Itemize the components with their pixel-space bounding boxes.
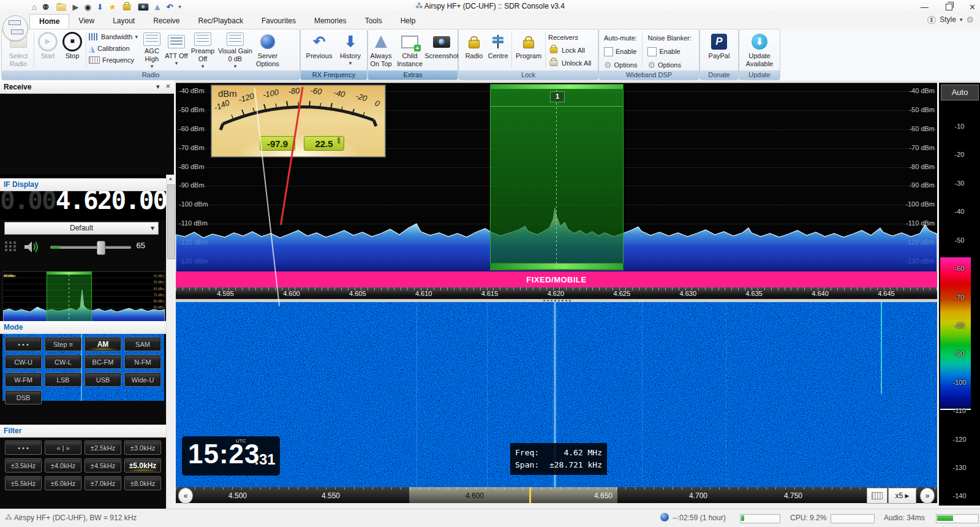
unlock-all-button[interactable]: Unlock All <box>548 58 591 69</box>
speaker-icon[interactable] <box>23 240 39 254</box>
style-picker-label[interactable]: Style <box>940 15 956 24</box>
auto-mute-enable-checkbox[interactable]: Enable <box>604 46 637 57</box>
panel-scrollbar[interactable]: ▲ ▼ <box>166 175 175 527</box>
filter-header[interactable]: Filter ▴ <box>0 425 174 438</box>
lock-program-button[interactable]: Program <box>513 29 544 69</box>
close-button[interactable]: × <box>970 0 975 14</box>
nav-keyboard-button[interactable] <box>867 488 888 504</box>
volume-slider[interactable] <box>50 246 131 249</box>
frequency-navigator[interactable]: 4.5004.5504.6004.6504.7004.750 « x5 ▶ » <box>176 487 937 503</box>
lock-centre-button[interactable]: Centre <box>486 29 510 69</box>
preamp-button[interactable]: Preamp Off <box>188 29 217 69</box>
filter-button[interactable]: ±3.5kHz <box>5 458 42 472</box>
ribbon-tab[interactable]: Home <box>29 14 69 28</box>
profile-dropdown[interactable]: Default ▾ <box>4 222 159 235</box>
waterfall-display[interactable]: 15:23:31 UTC Freq:4.62 MHz Span:±28.721 … <box>176 302 937 487</box>
if-passband-box[interactable] <box>47 271 92 325</box>
bandwidth-button[interactable]: Bandwidth <box>89 31 138 42</box>
play-icon: ▶ <box>38 32 58 51</box>
filter-button[interactable]: ±8.0kHz <box>124 476 161 490</box>
mode-button[interactable]: Step ≡ <box>45 337 81 351</box>
ribbon-tab[interactable]: Layout <box>104 14 144 28</box>
close-pane-icon[interactable]: × <box>165 82 170 91</box>
filter-button[interactable]: ±4.0kHz <box>45 458 81 472</box>
snr-readout: 22.5 SNR <box>304 136 344 151</box>
nav-zoom-button[interactable]: x5 ▶ <box>888 488 916 504</box>
filter-button[interactable]: • • • <box>5 441 42 455</box>
ribbon-tab[interactable]: Rec/Playback <box>189 14 252 28</box>
lock-all-button[interactable]: Lock All <box>548 45 591 56</box>
mode-button[interactable]: BC-FM <box>85 355 121 369</box>
restore-button[interactable] <box>946 4 952 10</box>
frequency-button[interactable]: Frequency <box>89 55 138 66</box>
spectrum-display[interactable]: -40 dBm-50 dBm-60 dBm-70 dBm-80 dBm-90 d… <box>176 83 937 272</box>
child-instance-button[interactable]: Child Instance <box>396 29 423 69</box>
agc-button[interactable]: AGC High <box>139 29 165 69</box>
mode-button[interactable]: USB <box>85 373 121 387</box>
mode-button[interactable]: CW-L <box>45 355 81 369</box>
ribbon-tab[interactable]: Favourites <box>252 14 305 28</box>
stop-button[interactable]: ■ Stop <box>60 29 85 69</box>
minimize-button[interactable]: — <box>921 0 929 14</box>
scrollbar-thumb[interactable] <box>167 184 175 259</box>
noise-blanker-enable-checkbox[interactable]: Enable <box>647 46 692 57</box>
filter-button[interactable]: « | » <box>45 441 81 455</box>
ribbon-tab[interactable]: Memories <box>305 14 356 28</box>
style-gear-icon[interactable]: ⚙ <box>966 15 974 25</box>
previous-frequency-button[interactable]: ↶ Previous <box>304 29 334 69</box>
visual-gain-button[interactable]: Visual Gain 0 dB <box>217 29 253 69</box>
update-available-button[interactable]: ⬇ Update Available <box>741 29 778 69</box>
mode-button[interactable]: LSB <box>45 373 81 387</box>
style-dropdown-icon[interactable]: ▾ <box>960 17 963 23</box>
filter-button[interactable]: ±2.5kHz <box>85 441 121 455</box>
start-button[interactable]: ▶ Start <box>36 29 60 69</box>
filter-button[interactable]: ±4.5kHz <box>85 458 121 472</box>
auto-mute-options-button[interactable]: ⚙ Options <box>604 59 637 70</box>
mode-button[interactable]: SAM <box>124 337 161 351</box>
application-menu-button[interactable] <box>2 15 28 41</box>
receive-pane-header[interactable]: Receive ▾× <box>0 81 174 94</box>
noise-blanker-options-button[interactable]: ⚙ Options <box>647 59 692 70</box>
mode-button[interactable]: W-FM <box>5 373 42 387</box>
mode-header[interactable]: Mode ▴ <box>0 321 174 334</box>
filter-button[interactable]: ±7.0kHz <box>85 476 121 490</box>
ribbon-tab[interactable]: Tools <box>356 14 391 28</box>
lock-radio-button[interactable]: Radio <box>462 29 486 69</box>
scroll-up-icon[interactable]: ▲ <box>167 175 175 183</box>
mode-button[interactable]: N-FM <box>124 355 161 369</box>
screenshot-button[interactable]: Screenshot <box>426 29 458 69</box>
filter-button[interactable]: ±5.5kHz <box>5 476 42 490</box>
history-button[interactable]: ⬇ History <box>337 29 364 69</box>
always-on-top-button[interactable]: Always On Top <box>368 29 394 69</box>
filter-button[interactable]: ±3.0kHz <box>124 441 161 455</box>
if-spectrum[interactable]: 40 dBm50 dBm60 dBm70 dBm80 dBm90 dBm100 … <box>2 271 165 325</box>
db-label: -100 dBm <box>179 200 208 208</box>
freq-label: 4.615 <box>473 290 507 297</box>
collapse-ribbon-icon[interactable]: ⇕ <box>927 16 936 24</box>
server-options-button[interactable]: Server Options <box>253 29 282 69</box>
mode-button[interactable]: DSB <box>5 390 42 404</box>
mode-button[interactable]: CW-U <box>5 355 42 369</box>
mode-button[interactable]: Wide-U <box>124 373 161 387</box>
if-display-header[interactable]: IF Display ▴ <box>0 178 174 191</box>
nav-freq-label: 4.700 <box>683 491 714 500</box>
filter-button[interactable]: ±5.0kHz <box>124 458 161 472</box>
ribbon-tab[interactable]: Receive <box>144 14 189 28</box>
nav-scroll-right-button[interactable]: » <box>920 488 935 504</box>
equalizer-icon[interactable] <box>5 241 17 252</box>
nav-scroll-left-button[interactable]: « <box>178 488 193 504</box>
ribbon-tab[interactable]: View <box>69 14 104 28</box>
rx-passband-box[interactable]: 1 <box>490 85 624 270</box>
ribbon-tab[interactable]: Help <box>391 14 425 28</box>
att-button[interactable]: ATT Off <box>165 29 188 69</box>
mode-button[interactable]: AM <box>85 337 121 351</box>
palette-auto-button[interactable]: Auto <box>941 85 979 100</box>
filter-button[interactable]: ±6.0kHz <box>45 476 81 490</box>
receiver-marker[interactable]: 1 <box>550 91 565 102</box>
volume-slider-thumb[interactable] <box>97 241 105 255</box>
mode-button[interactable]: • • • <box>5 337 42 351</box>
spectrum-frequency-scale[interactable]: 4.5954.6004.6054.6104.6154.6204.6254.630… <box>176 287 937 299</box>
collapse-icon[interactable]: ▾ <box>156 83 160 91</box>
paypal-button[interactable]: P PayPal <box>702 29 736 69</box>
calibration-button[interactable]: ◮ Calibration <box>89 43 138 54</box>
